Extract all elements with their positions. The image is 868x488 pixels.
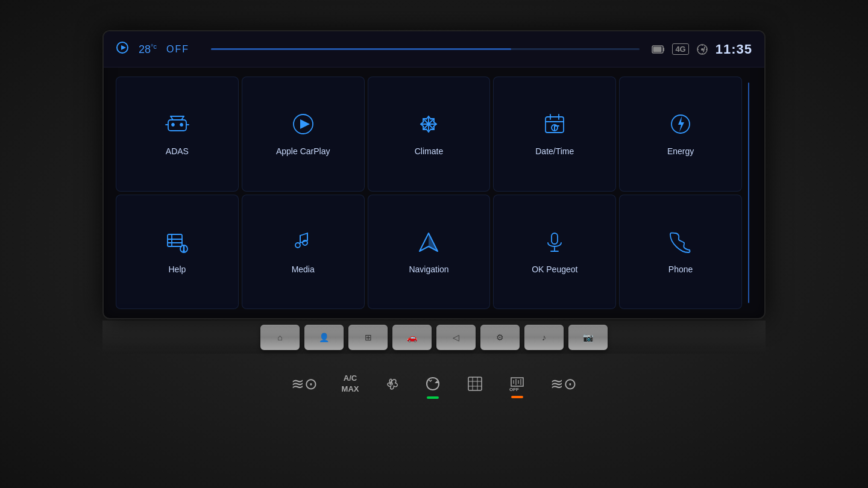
back-icon: ◁ <box>453 333 459 342</box>
ac-off-icon: OFF <box>508 375 526 392</box>
datetime-icon <box>542 111 567 140</box>
svg-rect-3 <box>663 48 664 51</box>
vertical-divider <box>748 83 749 303</box>
ac-off-indicator <box>511 396 523 398</box>
recirculate-icon <box>424 375 442 393</box>
seat-heat-left-icon: ≋⊙ <box>291 375 318 393</box>
contacts-icon: 👤 <box>319 333 329 342</box>
network-icon: 4G <box>672 43 688 55</box>
ac-max-button[interactable]: A/CMAX <box>342 373 359 401</box>
app-tile-climate[interactable]: Climate <box>368 77 491 192</box>
seat-heat-left-button[interactable]: ≋⊙ <box>291 375 318 399</box>
svg-rect-15 <box>168 234 182 246</box>
help-label: Help <box>169 264 186 274</box>
adas-icon <box>165 111 190 140</box>
heat-grid-icon <box>466 375 484 393</box>
phone-icon <box>668 230 693 258</box>
recirculate-indicator <box>427 396 439 399</box>
ac-off-button[interactable]: OFF <box>508 375 526 398</box>
energy-icon <box>668 111 693 140</box>
app-grid: ADAS Apple CarPlay <box>116 77 742 309</box>
music-icon: ♪ <box>542 333 546 342</box>
media-progress-bar[interactable] <box>211 48 640 50</box>
energy-label: Energy <box>667 146 694 156</box>
svg-rect-22 <box>552 233 558 244</box>
app-tile-carplay[interactable]: Apple CarPlay <box>242 77 365 192</box>
ac-status: OFF <box>166 44 189 55</box>
heat-grid-button[interactable] <box>466 375 484 399</box>
status-bar: 28°c OFF 4G <box>104 31 764 67</box>
hw-button-contacts[interactable]: 👤 <box>304 325 344 350</box>
svg-marker-21 <box>429 233 438 251</box>
temperature-display: 28°c <box>139 43 157 56</box>
settings-icon: ⚙ <box>496 333 504 342</box>
ac-max-indicator <box>344 398 356 401</box>
hw-button-home[interactable]: ⌂ <box>260 325 300 350</box>
mic-icon <box>542 230 567 258</box>
svg-point-8 <box>172 124 174 126</box>
fan-button[interactable] <box>383 375 400 398</box>
svg-point-17 <box>183 250 184 251</box>
datetime-label: Date/Time <box>535 146 574 156</box>
recirculate-button[interactable] <box>424 375 442 399</box>
carplay-label: Apple CarPlay <box>276 146 330 156</box>
adas-label: ADAS <box>166 146 189 156</box>
app-tile-help[interactable]: Help <box>116 195 239 310</box>
app-tile-phone[interactable]: Phone <box>619 195 742 310</box>
svg-rect-25 <box>468 377 482 390</box>
svg-marker-11 <box>300 119 310 129</box>
climate-controls: ≋⊙ A/CMAX <box>72 354 796 414</box>
play-icon <box>116 41 129 57</box>
fan-icon <box>383 375 400 392</box>
status-left: 28°c OFF <box>116 41 652 57</box>
car-background: 28°c OFF 4G <box>0 0 868 488</box>
hw-button-camera[interactable]: 📷 <box>568 325 608 350</box>
media-icon <box>291 230 316 258</box>
seat-heat-left-indicator <box>298 397 310 399</box>
hw-button-settings[interactable]: ⚙ <box>480 325 520 350</box>
home-icon: ⌂ <box>277 333 282 342</box>
app-tile-ok-peugeot[interactable]: OK Peugeot <box>493 195 616 310</box>
progress-fill <box>211 48 511 50</box>
svg-point-9 <box>180 124 183 126</box>
navigation-label: Navigation <box>409 264 448 274</box>
svg-rect-4 <box>653 46 662 52</box>
hw-button-apps[interactable]: ⊞ <box>348 325 388 350</box>
climate-icon <box>416 111 441 140</box>
seat-heat-right-icon: ≋⊙ <box>550 375 577 393</box>
seat-heat-right-button[interactable]: ≋⊙ <box>550 375 577 399</box>
carplay-icon <box>291 111 316 140</box>
app-tile-adas[interactable]: ADAS <box>116 77 239 192</box>
hardware-buttons-row: ⌂ 👤 ⊞ 🚗 ◁ ⚙ ♪ 📷 <box>102 321 766 354</box>
phone-label: Phone <box>668 264 693 274</box>
clock-display: 11:35 <box>715 42 752 57</box>
navigation-icon <box>416 230 441 258</box>
camera-icon: 📷 <box>583 333 593 342</box>
apps-icon: ⊞ <box>365 333 372 342</box>
heat-grid-indicator <box>469 396 481 399</box>
app-tile-datetime[interactable]: Date/Time <box>493 77 616 192</box>
infotainment-screen: 28°c OFF 4G <box>102 30 766 319</box>
svg-point-6 <box>701 48 703 51</box>
main-area: ADAS Apple CarPlay <box>104 67 764 318</box>
seat-heat-right-indicator <box>558 397 570 399</box>
app-tile-media[interactable]: Media <box>242 195 365 310</box>
status-right: 4G 11:35 <box>652 42 752 57</box>
svg-point-18 <box>295 243 300 248</box>
battery-icon <box>652 45 665 54</box>
svg-rect-7 <box>168 120 186 131</box>
media-label: Media <box>292 264 315 274</box>
svg-text:OFF: OFF <box>509 387 519 392</box>
hw-button-back[interactable]: ◁ <box>436 325 476 350</box>
ac-max-label: A/CMAX <box>342 373 359 395</box>
fan-indicator <box>385 396 397 398</box>
app-tile-navigation[interactable]: Navigation <box>368 195 491 310</box>
hw-button-music[interactable]: ♪ <box>524 325 564 350</box>
climate-label: Climate <box>415 146 443 156</box>
hw-button-car[interactable]: 🚗 <box>392 325 432 350</box>
ok-peugeot-label: OK Peugeot <box>532 264 577 274</box>
car-icon: 🚗 <box>407 333 417 342</box>
app-tile-energy[interactable]: Energy <box>619 77 742 192</box>
gps-icon <box>696 43 708 55</box>
help-icon <box>165 230 190 258</box>
